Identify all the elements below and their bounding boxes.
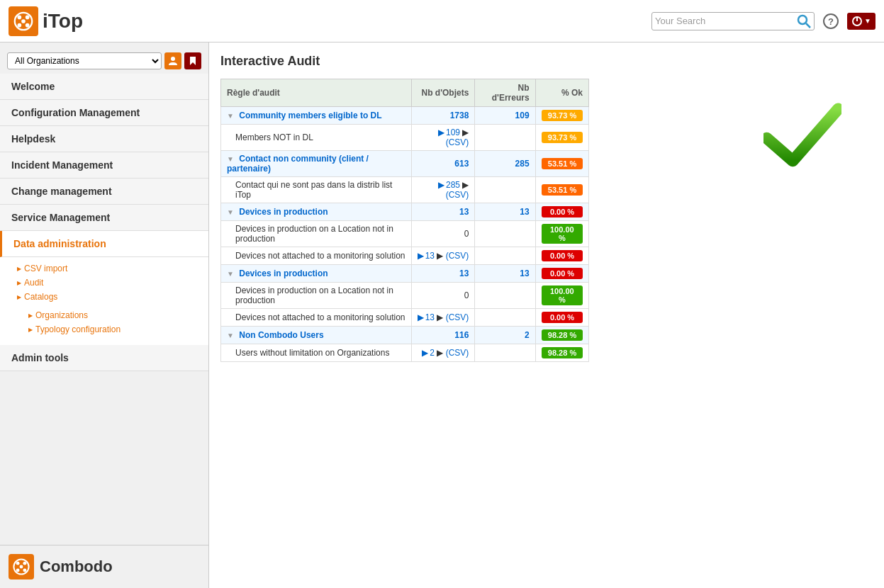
sub-count: 0 [411, 221, 475, 247]
table-row: ▼ Devices in production 13 13 0.00 % [221, 265, 589, 283]
power-button[interactable]: ▼ [847, 13, 875, 30]
group-link[interactable]: Devices in production [239, 207, 328, 217]
header: iTop ? ▼ [0, 0, 884, 43]
sub-count: ▶285 ▶ (CSV) [411, 177, 475, 203]
group-pct-ok: 0.00 % [535, 203, 588, 221]
table-row: ▼ Devices in production 13 13 0.00 % [221, 203, 589, 221]
csv-sep: ▶ [435, 251, 446, 261]
group-nb-objets: 1738 [411, 107, 475, 125]
logo-box [9, 6, 38, 36]
help-icon: ? [823, 13, 839, 29]
csv-link[interactable]: (CSV) [446, 348, 469, 358]
combodo-logo-icon [12, 558, 30, 576]
footer-logo-box [9, 554, 34, 579]
itop-logo-icon [13, 11, 34, 32]
org-selector: All Organizations [0, 48, 208, 74]
sidebar-item-organizations[interactable]: Organizations [28, 308, 208, 322]
col-header-pct-ok: % Ok [535, 79, 588, 107]
group-label: ▼ Community members eligible to DL [221, 107, 412, 125]
status-badge: 100.00 % [542, 224, 583, 244]
sub-pct-ok: 53.51 % [535, 177, 588, 203]
sidebar-item-catalogs[interactable]: Catalogs [17, 290, 208, 304]
search-button[interactable] [797, 14, 811, 28]
sidebar-item-admin-tools[interactable]: Admin tools [0, 345, 208, 371]
sub-count: ▶13 ▶ (CSV) [411, 309, 475, 327]
sub-count: ▶109 ▶ (CSV) [411, 125, 475, 151]
count-link[interactable]: 285 [446, 180, 460, 190]
collapse-button[interactable]: ▼ [227, 332, 234, 339]
footer-logo-text: Combodo [40, 558, 113, 576]
sidebar-item-configuration-management[interactable]: Configuration Management [0, 100, 208, 126]
table-row: Devices in production on a Location not … [221, 221, 589, 247]
collapse-button[interactable]: ▼ [227, 208, 234, 216]
svg-point-15 [23, 562, 26, 565]
group-link[interactable]: Devices in production [239, 268, 328, 278]
csv-link[interactable]: (CSV) [446, 251, 469, 261]
group-label: ▼ Non Combodo Users [221, 327, 412, 344]
status-badge: 0.00 % [542, 250, 583, 261]
collapse-button[interactable]: ▼ [227, 155, 234, 163]
svg-point-3 [18, 23, 22, 27]
sidebar-item-typology-configuration[interactable]: Typology configuration [28, 322, 208, 337]
org-action-button[interactable] [164, 52, 181, 69]
svg-point-18 [20, 565, 23, 569]
csv-sep: ▶ [460, 180, 469, 190]
svg-point-12 [171, 57, 175, 61]
csv-link[interactable]: (CSV) [446, 190, 469, 200]
sidebar-item-csv-import[interactable]: CSV import [17, 261, 208, 276]
collapse-button[interactable]: ▼ [227, 270, 234, 278]
sub-empty [475, 221, 535, 247]
bookmark-icon [188, 56, 198, 66]
svg-point-1 [18, 15, 22, 19]
status-badge: 53.51 % [542, 158, 583, 169]
count-arrow: ▶ [422, 348, 428, 358]
group-label: ▼ Devices in production [221, 203, 412, 221]
csv-link[interactable]: (CSV) [446, 312, 469, 322]
sidebar-item-data-administration[interactable]: Data administration [0, 231, 208, 257]
sub-pct-ok: 93.73 % [535, 125, 588, 151]
help-button[interactable]: ? [820, 11, 841, 32]
status-badge: 98.28 % [542, 347, 583, 358]
org-bookmark-button[interactable] [184, 52, 201, 69]
csv-sep: ▶ [435, 348, 446, 358]
sub-empty [475, 309, 535, 327]
count-link[interactable]: 13 [425, 312, 435, 322]
csv-link[interactable]: (CSV) [446, 137, 469, 147]
group-link[interactable]: Non Combodo Users [239, 330, 323, 340]
collapse-button[interactable]: ▼ [227, 112, 234, 120]
checkmark-decoration [763, 99, 841, 179]
group-pct-ok: 93.73 % [535, 107, 588, 125]
count-link[interactable]: 109 [446, 128, 460, 137]
sidebar-item-audit[interactable]: Audit [17, 276, 208, 290]
table-row: Devices not attached to a monitoring sol… [221, 247, 589, 265]
sidebar-item-helpdesk[interactable]: Helpdesk [0, 126, 208, 152]
sub-empty [475, 344, 535, 362]
count-link[interactable]: 2 [430, 348, 435, 358]
group-link[interactable]: Contact non community (client / partenai… [227, 154, 369, 174]
layout: All Organizations Welcome Con [0, 43, 884, 588]
sub-label: Devices not attached to a monitoring sol… [221, 309, 412, 327]
table-row: Users without limitation on Organization… [221, 344, 589, 362]
sidebar-item-incident-management[interactable]: Incident Management [0, 152, 208, 179]
table-row: ▼ Community members eligible to DL 1738 … [221, 107, 589, 125]
svg-point-2 [26, 15, 30, 19]
group-nb-objets: 613 [411, 151, 475, 177]
sub-count: 0 [411, 283, 475, 309]
sidebar-item-service-management[interactable]: Service Management [0, 205, 208, 231]
sidebar: All Organizations Welcome Con [0, 43, 209, 588]
org-select[interactable]: All Organizations [7, 52, 162, 69]
search-box[interactable] [651, 12, 815, 30]
svg-text:?: ? [828, 16, 834, 27]
group-pct-ok: 53.51 % [535, 151, 588, 177]
sub-pct-ok: 98.28 % [535, 344, 588, 362]
group-nb-erreurs: 13 [475, 265, 535, 283]
count-link[interactable]: 13 [425, 251, 435, 261]
search-input[interactable] [655, 16, 797, 26]
count-arrow: ▶ [438, 180, 444, 190]
sidebar-footer: Combodo [0, 545, 208, 588]
sidebar-item-welcome[interactable]: Welcome [0, 74, 208, 100]
status-badge: 53.51 % [542, 184, 583, 196]
sub-empty [475, 177, 535, 203]
sidebar-item-change-management[interactable]: Change management [0, 179, 208, 205]
group-link[interactable]: Community members eligible to DL [239, 111, 381, 120]
